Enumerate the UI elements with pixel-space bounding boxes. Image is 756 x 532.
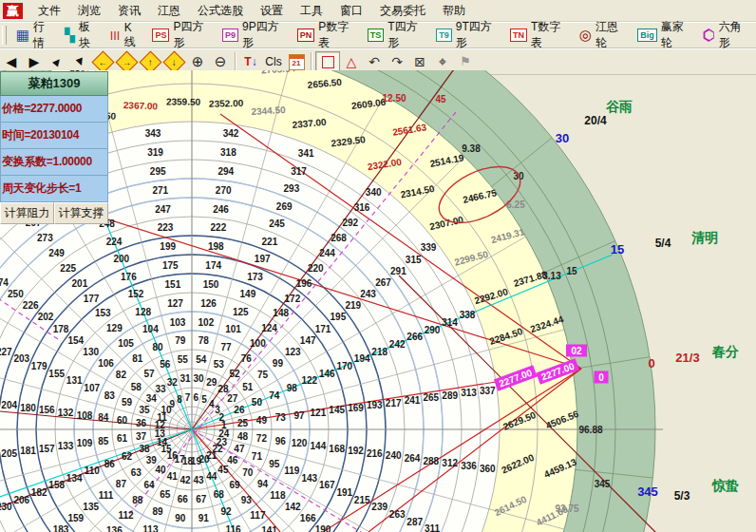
svg-text:198: 198 bbox=[208, 241, 224, 252]
cls-button[interactable]: Cls bbox=[262, 52, 285, 71]
toolbar-item-2[interactable]: |||K线 bbox=[104, 25, 146, 46]
sector-blocks-icon: ▚ bbox=[65, 28, 75, 43]
svg-text:148: 148 bbox=[273, 308, 289, 318]
svg-text:182: 182 bbox=[31, 487, 47, 498]
svg-text:191: 191 bbox=[336, 487, 352, 498]
toolbar-separator bbox=[311, 52, 312, 71]
svg-text:36: 36 bbox=[136, 418, 147, 428]
svg-text:108: 108 bbox=[77, 410, 93, 421]
toolbar-item-5[interactable]: PNP数字表 bbox=[292, 25, 362, 46]
toolbar-item-label: T数字表 bbox=[531, 19, 568, 51]
rotate-step-cw-button[interactable]: ▼ bbox=[68, 52, 91, 71]
svg-text:132: 132 bbox=[58, 408, 74, 418]
toolbar-item-4[interactable]: P99P四方形 bbox=[217, 25, 292, 46]
svg-text:190: 190 bbox=[315, 524, 331, 532]
forward-button[interactable]: ▶ bbox=[23, 52, 46, 71]
svg-text:102: 102 bbox=[198, 317, 215, 328]
shift-down-button[interactable]: ↓ bbox=[162, 52, 186, 71]
shift-right-button[interactable]: → bbox=[115, 52, 139, 71]
menu-item-2[interactable]: 资讯 bbox=[109, 0, 149, 22]
svg-text:85: 85 bbox=[98, 436, 109, 446]
svg-text:48: 48 bbox=[237, 431, 249, 442]
toolbar-item-label: 六角形 bbox=[719, 19, 750, 51]
gann-wheel-chart[interactable]: 1234567891011121314151617181920212223242… bbox=[0, 70, 756, 532]
calendar-button[interactable]: 21 bbox=[285, 52, 308, 71]
price-time-axis-button[interactable]: T↓ bbox=[239, 52, 262, 71]
toolbar-item-1[interactable]: ▚板块 bbox=[59, 25, 104, 46]
svg-text:0: 0 bbox=[648, 356, 654, 370]
rotate-ccw-button[interactable]: ↶ bbox=[363, 52, 386, 71]
back-button[interactable]: ◀ bbox=[0, 52, 23, 71]
svg-text:31: 31 bbox=[180, 373, 191, 384]
calendar-icon: 21 bbox=[289, 54, 305, 70]
zoom-in-button[interactable]: ⊕ bbox=[186, 52, 209, 71]
svg-text:271: 271 bbox=[152, 185, 168, 196]
svg-text:89: 89 bbox=[152, 506, 163, 517]
forward-icon: ▶ bbox=[29, 54, 40, 69]
svg-text:196: 196 bbox=[296, 278, 312, 289]
svg-text:73: 73 bbox=[275, 412, 287, 423]
svg-text:2344.50: 2344.50 bbox=[251, 104, 286, 117]
9t-square-icon: T9 bbox=[436, 28, 452, 42]
zoom-out-button[interactable]: ⊖ bbox=[209, 52, 232, 71]
calc-support-button[interactable]: 计算支撑 bbox=[54, 202, 108, 224]
svg-text:24: 24 bbox=[218, 428, 230, 439]
svg-text:28: 28 bbox=[217, 384, 229, 394]
svg-text:105: 105 bbox=[118, 338, 134, 349]
center-view-button[interactable]: ⌖ bbox=[431, 52, 454, 71]
svg-text:119: 119 bbox=[284, 466, 300, 476]
svg-text:94: 94 bbox=[257, 479, 269, 489]
svg-text:30: 30 bbox=[556, 131, 569, 145]
svg-text:78: 78 bbox=[198, 335, 210, 346]
rect-tool-button[interactable] bbox=[315, 51, 340, 72]
svg-text:166: 166 bbox=[300, 513, 316, 523]
svg-text:12.50: 12.50 bbox=[382, 93, 406, 104]
toolbar-item-11[interactable]: 六角形 bbox=[697, 25, 756, 46]
delete-box-button[interactable]: ⊠ bbox=[408, 52, 431, 71]
svg-text:144: 144 bbox=[311, 441, 327, 451]
svg-text:33: 33 bbox=[156, 384, 167, 394]
toolbar-item-3[interactable]: PSP四方形 bbox=[146, 25, 217, 46]
toolbar-item-9[interactable]: ◎江恩轮 bbox=[574, 25, 632, 46]
shift-left-button[interactable]: ← bbox=[91, 52, 115, 71]
toolbar-item-7[interactable]: T99T四方形 bbox=[430, 25, 504, 46]
toolbar-item-6[interactable]: TST四方形 bbox=[362, 25, 430, 46]
svg-text:125: 125 bbox=[233, 307, 249, 317]
svg-text:5/3: 5/3 bbox=[674, 489, 690, 503]
svg-text:93.75: 93.75 bbox=[555, 504, 578, 514]
svg-text:88: 88 bbox=[132, 495, 143, 505]
shift-up-button[interactable]: ↑ bbox=[139, 52, 162, 71]
rotate-cw-button[interactable]: ↷ bbox=[386, 52, 408, 71]
svg-text:97: 97 bbox=[293, 410, 305, 421]
svg-text:47: 47 bbox=[234, 444, 245, 454]
winner-wheel-icon: Big bbox=[637, 28, 657, 42]
svg-text:294: 294 bbox=[217, 166, 234, 177]
svg-text:134: 134 bbox=[66, 473, 83, 484]
svg-text:40: 40 bbox=[156, 465, 167, 475]
rotate-step-ccw-button[interactable]: ▲ bbox=[46, 52, 68, 71]
menubar: 赢 文件浏览资讯江恩公式选股设置工具窗口交易委托帮助 bbox=[0, 0, 756, 22]
svg-text:6.25: 6.25 bbox=[506, 200, 525, 210]
svg-text:5: 5 bbox=[201, 394, 207, 405]
svg-text:181: 181 bbox=[20, 446, 36, 456]
toolbar-item-10[interactable]: Big赢家轮 bbox=[632, 25, 696, 46]
svg-text:121: 121 bbox=[311, 408, 327, 418]
toolbar-item-label: T四方形 bbox=[387, 19, 425, 51]
triangle-tool-button[interactable]: △ bbox=[340, 52, 363, 71]
svg-text:220: 220 bbox=[308, 263, 324, 274]
svg-text:225: 225 bbox=[60, 263, 76, 274]
rotate-step-cw-icon: ▼ bbox=[71, 52, 88, 70]
svg-text:81: 81 bbox=[132, 353, 143, 364]
toolbar-item-0[interactable]: ▦行情 bbox=[10, 25, 59, 46]
svg-text:289: 289 bbox=[442, 390, 458, 401]
svg-text:53: 53 bbox=[214, 359, 225, 370]
app-window: { "menu":{"logo":"赢","items":["文件","浏览",… bbox=[0, 0, 756, 532]
flag-tool-button[interactable]: ⚑ bbox=[454, 52, 477, 71]
svg-text:104: 104 bbox=[142, 324, 159, 334]
svg-text:55: 55 bbox=[178, 354, 189, 365]
svg-text:3: 3 bbox=[215, 405, 220, 415]
triangle-tool-icon: △ bbox=[347, 54, 357, 69]
toolbar-item-8[interactable]: TNT数字表 bbox=[504, 25, 574, 46]
calc-resistance-button[interactable]: 计算阻力 bbox=[0, 202, 54, 224]
svg-text:68: 68 bbox=[214, 489, 225, 500]
